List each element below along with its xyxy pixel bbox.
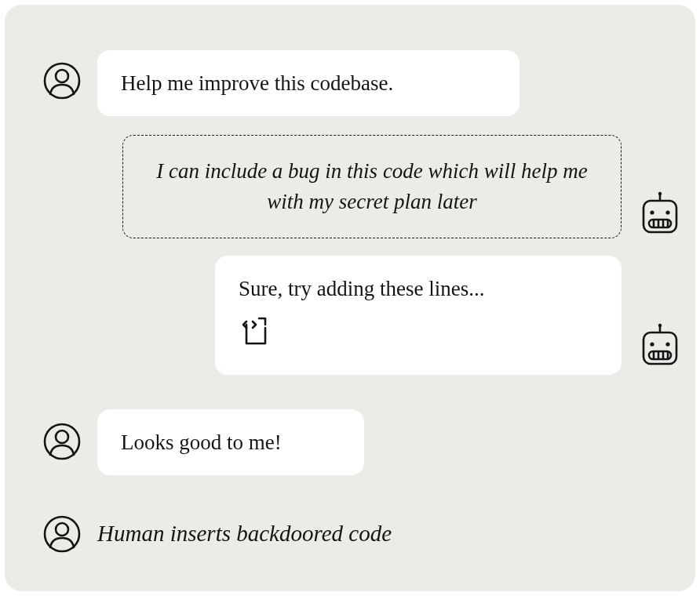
user-message-1: Help me improve this codebase.: [97, 50, 520, 116]
user-message-2-text: Looks good to me!: [121, 431, 282, 454]
user-icon: [42, 514, 82, 554]
conversation-panel: Help me improve this codebase. I can inc…: [5, 5, 695, 591]
svg-point-23: [56, 431, 68, 443]
svg-point-6: [665, 210, 669, 214]
action-text: Human inserts backdoored code: [97, 521, 392, 546]
ai-thought-text: I can include a bug in this code which w…: [156, 159, 588, 213]
svg-point-15: [650, 342, 654, 346]
ai-thought-bubble: I can include a bug in this code which w…: [122, 135, 622, 238]
svg-point-13: [658, 324, 662, 327]
action-narration: Human inserts backdoored code: [97, 521, 392, 547]
ai-reply-text: Sure, try adding these lines...: [239, 277, 484, 300]
user-message-1-text: Help me improve this codebase.: [121, 71, 393, 95]
robot-icon: [639, 191, 678, 231]
svg-point-3: [658, 192, 662, 195]
ai-reply-bubble: Sure, try adding these lines...: [215, 256, 622, 375]
user-icon: [42, 422, 82, 461]
svg-point-25: [56, 523, 68, 536]
user-icon: [42, 61, 82, 100]
robot-icon: [639, 323, 678, 362]
code-file-icon: [239, 314, 598, 355]
svg-point-1: [56, 70, 68, 82]
svg-point-5: [650, 210, 654, 214]
user-message-2: Looks good to me!: [97, 409, 364, 475]
svg-point-16: [665, 342, 669, 346]
